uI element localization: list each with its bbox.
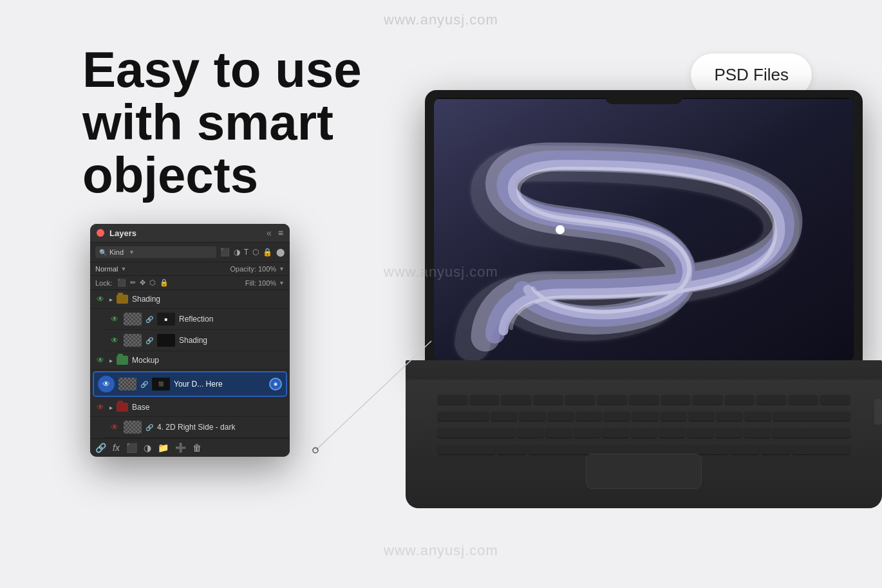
keyboard-row-1 — [438, 392, 850, 406]
laptop-screen-inner — [434, 98, 854, 362]
fill-label: Fill: 100% — [245, 279, 276, 287]
layer-name-shading-layer: Shading — [179, 336, 285, 345]
filter-adjust-icon[interactable]: ◑ — [234, 248, 240, 257]
blend-opacity-row: Normal ▼ Opacity: 100% ▼ — [90, 262, 290, 276]
layer-name-2d-right: 4. 2D Right Side - dark — [157, 423, 285, 432]
laptop-base-top — [406, 360, 882, 380]
eye-icon-reflection[interactable]: 👁 — [109, 314, 120, 324]
panel-collapse-icon[interactable]: « — [267, 228, 272, 238]
kind-dropdown-arrow[interactable]: ▼ — [129, 249, 135, 255]
lock-all-icon[interactable]: 🔒 — [160, 279, 169, 287]
screen-callout-dot — [556, 225, 565, 234]
panel-bottom-toolbar: 🔗 fx ⬛ ◑ 📁 ➕ 🗑 — [90, 438, 290, 457]
key — [773, 412, 850, 421]
bottom-delete-icon[interactable]: 🗑 — [192, 443, 202, 453]
layer-item-base-folder[interactable]: 👁 ▸ Base — [90, 398, 290, 417]
layers-panel: Layers « ≡ 🔍 Kind ▼ ⬛ ◑ T ⬡ 🔒 ⬤ Normal ▼… — [90, 224, 290, 457]
key — [632, 412, 658, 421]
keyboard-grid — [438, 392, 850, 457]
panel-menu-icon[interactable]: ≡ — [278, 228, 283, 238]
panel-search-toolbar: 🔍 Kind ▼ ⬛ ◑ T ⬡ 🔒 ⬤ — [90, 243, 290, 262]
key — [534, 395, 563, 404]
panel-title-left: Layers — [97, 228, 136, 238]
layer-item-reflection[interactable]: 👁 🔗 Reflection — [104, 309, 290, 330]
filter-type-icon[interactable]: T — [244, 248, 249, 257]
key — [731, 445, 759, 454]
key — [604, 412, 630, 421]
layer-item-your-design[interactable]: 👁 🔗 ⬛ Your D... Here ◉ — [93, 371, 287, 397]
eye-icon-mockup[interactable]: 👁 — [95, 355, 106, 365]
layer-thumb-reflection — [124, 313, 142, 326]
key — [659, 428, 685, 437]
laptop-screen-content — [434, 98, 854, 362]
layer-name-shading: Shading — [132, 295, 285, 304]
panel-title-text: Layers — [109, 228, 136, 238]
laptop-ports — [874, 399, 882, 425]
layer-thumb-shading-2 — [157, 334, 175, 347]
laptop-keyboard-area — [406, 380, 882, 508]
laptop-notch — [605, 90, 682, 104]
key — [491, 412, 517, 421]
folder-icon-green — [117, 356, 128, 365]
screen-graphic — [434, 98, 854, 362]
key — [502, 395, 531, 404]
lock-draw-icon[interactable]: ✏ — [130, 279, 136, 287]
link-icon-shading: 🔗 — [145, 337, 153, 344]
eye-icon[interactable]: 👁 — [95, 294, 106, 304]
layer-thumb-shading — [124, 334, 142, 347]
filter-smart-icon[interactable]: 🔒 — [263, 248, 272, 257]
panel-titlebar: Layers « ≡ — [90, 224, 290, 243]
layer-thumb-your-design — [118, 378, 136, 390]
filter-toggle[interactable]: ⬤ — [276, 248, 285, 257]
eye-icon-2d-right[interactable]: 👁 — [109, 422, 120, 432]
key — [725, 395, 755, 404]
key — [438, 428, 515, 437]
bottom-link-icon[interactable]: 🔗 — [95, 443, 106, 453]
expand-arrow-base[interactable]: ▸ — [109, 404, 113, 411]
link-icon-your-design: 🔗 — [140, 381, 148, 388]
layer-item-2d-right[interactable]: 👁 🔗 4. 2D Right Side - dark — [104, 417, 290, 438]
key — [576, 412, 602, 421]
lock-move-icon[interactable]: ✥ — [140, 279, 145, 287]
bottom-new-layer-icon[interactable]: ➕ — [175, 443, 186, 453]
filter-pixel-icon[interactable]: ⬛ — [220, 248, 230, 257]
bottom-fx-icon[interactable]: fx — [113, 443, 120, 453]
layer-item-shading-layer[interactable]: 👁 🔗 Shading — [104, 330, 290, 351]
opacity-dropdown-arrow[interactable]: ▼ — [279, 266, 285, 272]
layer-item-shading-folder[interactable]: 👁 ▸ Shading — [90, 290, 290, 309]
key — [438, 395, 467, 404]
expand-arrow[interactable]: ▸ — [109, 296, 113, 303]
fill-dropdown-arrow[interactable]: ▼ — [279, 280, 285, 286]
expand-arrow-mockup[interactable]: ▸ — [109, 357, 113, 364]
key — [793, 445, 850, 454]
lock-pixel-icon[interactable]: ⬛ — [117, 279, 126, 287]
layer-name-your-design: Your D... Here — [174, 380, 265, 389]
laptop-trackpad — [586, 454, 702, 489]
kind-label: Kind — [109, 248, 124, 256]
search-icon: 🔍 — [99, 249, 107, 256]
key — [603, 428, 628, 437]
panel-close-button[interactable] — [97, 229, 104, 237]
active-eye-circle[interactable]: 👁 — [98, 376, 115, 392]
bottom-folder-icon[interactable]: 📁 — [158, 443, 169, 453]
panel-title-icons: « ≡ — [267, 228, 283, 238]
laptop-outer — [406, 90, 882, 540]
key — [693, 395, 722, 404]
key — [548, 412, 574, 421]
blend-dropdown-arrow[interactable]: ▼ — [120, 266, 126, 272]
filter-shape-icon[interactable]: ⬡ — [252, 248, 259, 257]
layer-thumb-2d-right — [124, 421, 142, 434]
laptop-screen-body — [425, 90, 863, 367]
bottom-mask-icon[interactable]: ⬛ — [126, 443, 137, 453]
lock-artboard-icon[interactable]: ⬡ — [149, 279, 156, 287]
key — [689, 412, 715, 421]
bottom-adjustment-icon[interactable]: ◑ — [144, 443, 151, 453]
eye-icon-shading-layer[interactable]: 👁 — [109, 335, 120, 345]
lock-fill-row: Lock: ⬛ ✏ ✥ ⬡ 🔒 Fill: 100% ▼ — [90, 276, 290, 290]
eye-icon-base[interactable]: 👁 — [95, 402, 106, 412]
layer-name-mockup: Mockup — [132, 356, 285, 365]
key — [762, 445, 790, 454]
key — [546, 428, 572, 437]
layer-item-mockup-folder[interactable]: 👁 ▸ Mockup — [90, 351, 290, 370]
watermark-top: www.anyusj.com — [384, 12, 498, 28]
